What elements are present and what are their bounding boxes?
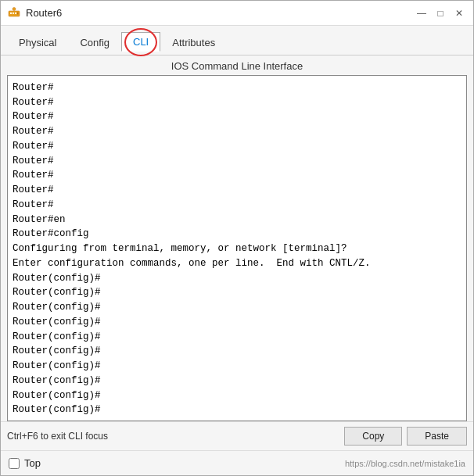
bottom-bar: Ctrl+F6 to exit CLI focus Copy Paste <box>1 421 473 450</box>
cli-hint: Ctrl+F6 to exit CLI focus <box>7 431 339 442</box>
top-label: Top <box>24 457 41 469</box>
tab-physical[interactable]: Physical <box>7 33 68 52</box>
minimize-button[interactable]: — <box>414 5 429 21</box>
tab-bar: Physical Config CLI Attributes <box>1 26 473 55</box>
svg-rect-1 <box>10 13 12 14</box>
footer: Top https://blog.csdn.net/mistake1ia <box>1 450 473 475</box>
tab-attributes[interactable]: Attributes <box>160 33 227 52</box>
section-title: IOS Command Line Interface <box>1 55 473 75</box>
svg-rect-3 <box>15 13 16 14</box>
maximize-button[interactable]: □ <box>433 5 448 21</box>
cli-area: Router# Router# Router# Router# Router# … <box>1 75 473 421</box>
terminal-output[interactable]: Router# Router# Router# Router# Router# … <box>7 75 467 421</box>
svg-rect-2 <box>13 13 14 14</box>
watermark: https://blog.csdn.net/mistake1ia <box>345 459 465 468</box>
window-controls: — □ ✕ <box>414 5 467 21</box>
title-bar: Router6 — □ ✕ <box>1 1 473 26</box>
paste-button[interactable]: Paste <box>407 427 467 446</box>
tab-cli[interactable]: CLI <box>121 32 160 52</box>
svg-point-5 <box>13 7 16 10</box>
svg-rect-4 <box>17 12 19 14</box>
top-checkbox[interactable] <box>9 458 20 469</box>
window-title: Router6 <box>26 7 414 19</box>
main-window: Router6 — □ ✕ Physical Config CLI Attrib… <box>0 0 474 476</box>
tab-config[interactable]: Config <box>68 33 121 52</box>
close-button[interactable]: ✕ <box>451 5 467 21</box>
window-icon <box>7 6 21 20</box>
copy-button[interactable]: Copy <box>344 427 402 446</box>
